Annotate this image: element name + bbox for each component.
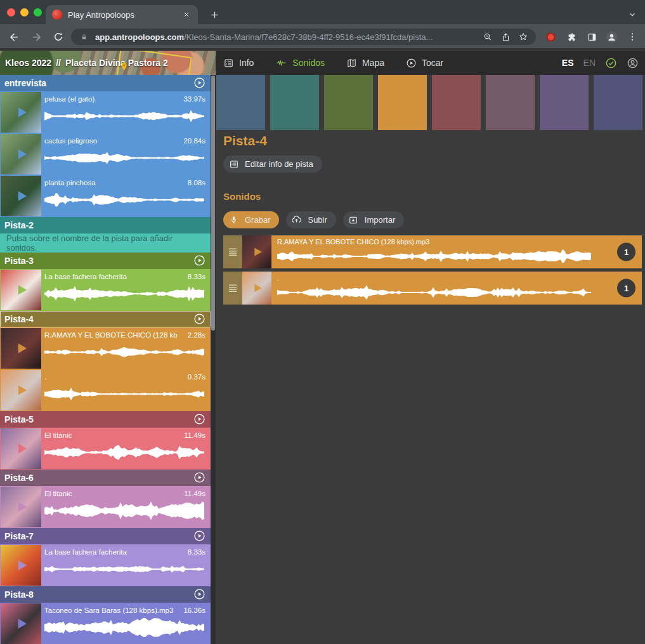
sound-thumbnail[interactable]: circle cx="12" cy="12" r="9.4" fill="non… bbox=[1, 176, 41, 216]
side-panel-icon[interactable] bbox=[584, 29, 599, 44]
drag-handle[interactable] bbox=[223, 235, 242, 268]
track-section: Pista-5circle cx="12" cy="12" r="9.4" fi… bbox=[0, 411, 211, 470]
upload-button[interactable]: Subir bbox=[286, 211, 336, 228]
browser-menu-icon[interactable] bbox=[625, 29, 640, 44]
fullscreen-window-button[interactable] bbox=[34, 8, 42, 16]
tab-search-chevron-icon[interactable] bbox=[625, 7, 640, 22]
drag-handle[interactable] bbox=[223, 272, 242, 305]
close-tab-icon[interactable] bbox=[181, 10, 192, 20]
track-header[interactable]: Pista-7 bbox=[0, 528, 211, 544]
sound-waveform bbox=[44, 501, 205, 520]
sound-item[interactable]: circle cx="12" cy="12" r="9.4" fill="non… bbox=[0, 486, 211, 528]
breadcrumb[interactable]: Kleos 2022 // Placeta Divina Pastora 2 bbox=[0, 51, 216, 75]
track-header[interactable]: Pista-5 bbox=[0, 411, 211, 428]
sound-thumbnail[interactable]: circle cx="12" cy="12" r="9.4" fill="non… bbox=[242, 235, 271, 268]
breadcrumb-project[interactable]: Kleos 2022 bbox=[5, 58, 51, 68]
play-circle-icon: circle cx="12" cy="12" r="9.4" fill="non… bbox=[8, 335, 34, 362]
sound-thumbnail[interactable]: circle cx="12" cy="12" r="9.4" fill="non… bbox=[242, 272, 271, 305]
track-color-swatch[interactable] bbox=[270, 75, 319, 130]
scrollbar-thumb[interactable] bbox=[211, 76, 215, 331]
sound-thumbnail[interactable]: circle cx="12" cy="12" r="9.4" fill="non… bbox=[1, 370, 41, 411]
track-play-button[interactable] bbox=[193, 413, 206, 426]
track-color-swatch[interactable] bbox=[486, 75, 535, 130]
sound-row[interactable]: circle cx="12" cy="12" r="9.4" fill="non… bbox=[223, 235, 642, 268]
sound-item[interactable]: circle cx="12" cy="12" r="9.4" fill="non… bbox=[0, 175, 211, 217]
sound-item[interactable]: circle cx="12" cy="12" r="9.4" fill="non… bbox=[0, 327, 211, 369]
track-color-swatch[interactable] bbox=[432, 75, 481, 130]
track-play-button[interactable] bbox=[193, 254, 206, 267]
play-circle-icon: circle cx="12" cy="12" r="9.4" fill="non… bbox=[8, 183, 34, 209]
close-window-button[interactable] bbox=[7, 8, 15, 16]
track-play-button[interactable] bbox=[193, 588, 206, 601]
track-header[interactable]: Pista-2 bbox=[0, 217, 211, 233]
language-en-toggle[interactable]: EN bbox=[583, 58, 596, 68]
track-name: Pista-2 bbox=[4, 220, 34, 230]
nav-item-info[interactable]: Info bbox=[223, 58, 254, 69]
sound-name: R.AMAYA Y EL BOBOTE CHICO (128 kbps).mp3 bbox=[277, 238, 591, 246]
bookmark-star-icon[interactable] bbox=[517, 30, 530, 43]
sound-thumbnail[interactable]: circle cx="12" cy="12" r="9.4" fill="non… bbox=[1, 487, 41, 527]
import-button[interactable]: Importar bbox=[343, 211, 404, 228]
sound-item[interactable]: circle cx="12" cy="12" r="9.4" fill="non… bbox=[0, 133, 211, 175]
sound-item[interactable]: circle cx="12" cy="12" r="9.4" fill="non… bbox=[0, 428, 211, 470]
track-play-button[interactable] bbox=[193, 77, 206, 89]
track-color-swatch[interactable] bbox=[378, 75, 427, 130]
sound-name: pelusa (el gato) bbox=[44, 95, 178, 103]
track-header[interactable]: Pista-3 bbox=[0, 253, 211, 269]
back-button[interactable] bbox=[6, 29, 22, 44]
sounds-heading: Sonidos bbox=[223, 191, 261, 202]
track-header[interactable]: entrevista bbox=[0, 75, 211, 91]
reload-button[interactable] bbox=[51, 29, 66, 44]
sound-waveform bbox=[44, 443, 205, 462]
sound-thumbnail[interactable]: circle cx="12" cy="12" r="9.4" fill="non… bbox=[1, 428, 41, 469]
track-name: Pista-6 bbox=[4, 473, 34, 483]
sound-thumbnail[interactable]: circle cx="12" cy="12" r="9.4" fill="non… bbox=[1, 134, 41, 174]
edit-track-info-button[interactable]: Editar info de pista bbox=[223, 155, 322, 173]
record-extension-icon[interactable] bbox=[543, 29, 558, 44]
track-play-button[interactable] bbox=[193, 313, 206, 325]
breadcrumb-session[interactable]: Placeta Divina Pastora 2 bbox=[65, 58, 168, 68]
forward-button[interactable] bbox=[29, 29, 44, 44]
sound-row[interactable]: circle cx="12" cy="12" r="9.4" fill="non… bbox=[223, 272, 642, 305]
minimize-window-button[interactable] bbox=[20, 8, 29, 16]
track-header[interactable]: Pista-4 bbox=[0, 311, 211, 327]
sound-item[interactable]: circle cx="12" cy="12" r="9.4" fill="non… bbox=[0, 369, 211, 411]
record-button-label: Grabar bbox=[245, 215, 270, 225]
track-header[interactable]: Pista-6 bbox=[0, 470, 211, 486]
track-color-swatch[interactable] bbox=[540, 75, 589, 130]
url-bar[interactable]: app.antropoloops.com/Kleos-Santa-Marina/… bbox=[71, 29, 536, 45]
nav-item-mapa[interactable]: Mapa bbox=[346, 58, 384, 69]
profile-avatar[interactable] bbox=[604, 29, 619, 44]
sound-duration: 0.37s bbox=[188, 373, 205, 381]
sound-item[interactable]: circle cx="12" cy="12" r="9.4" fill="non… bbox=[0, 269, 211, 311]
sidebar-scrollbar[interactable] bbox=[211, 75, 216, 644]
record-button[interactable]: Grabar bbox=[223, 211, 279, 228]
sound-thumbnail[interactable]: circle cx="12" cy="12" r="9.4" fill="non… bbox=[1, 92, 41, 133]
sound-item[interactable]: circle cx="12" cy="12" r="9.4" fill="non… bbox=[0, 603, 211, 644]
list-icon bbox=[228, 158, 240, 170]
nav-item-sonidos[interactable]: Sonidos bbox=[275, 58, 325, 68]
track-color-swatch[interactable] bbox=[216, 75, 265, 130]
browser-toolbar: app.antropoloops.com/Kleos-Santa-Marina/… bbox=[0, 24, 645, 49]
zoom-out-icon[interactable] bbox=[481, 30, 494, 43]
sound-thumbnail[interactable]: circle cx="12" cy="12" r="9.4" fill="non… bbox=[1, 545, 41, 586]
sound-thumbnail[interactable]: circle cx="12" cy="12" r="9.4" fill="non… bbox=[1, 603, 41, 644]
track-play-button[interactable] bbox=[193, 530, 206, 542]
new-tab-button[interactable] bbox=[207, 7, 222, 22]
extensions-puzzle-icon[interactable] bbox=[564, 29, 579, 44]
browser-tab[interactable]: Play Antropoloops bbox=[46, 5, 198, 24]
nav-item-tocar[interactable]: Tocar bbox=[406, 58, 443, 69]
track-header[interactable]: Pista-8 bbox=[0, 586, 211, 603]
sound-item[interactable]: circle cx="12" cy="12" r="9.4" fill="non… bbox=[0, 544, 211, 586]
sync-check-icon[interactable] bbox=[605, 57, 617, 69]
track-color-swatch[interactable] bbox=[594, 75, 642, 130]
share-icon[interactable] bbox=[499, 30, 512, 43]
track-play-button[interactable] bbox=[193, 471, 206, 484]
track-color-swatch[interactable] bbox=[324, 75, 373, 130]
sound-item[interactable]: circle cx="12" cy="12" r="9.4" fill="non… bbox=[0, 91, 211, 133]
language-es-toggle[interactable]: ES bbox=[562, 58, 574, 68]
sound-duration: 20.84s bbox=[183, 137, 205, 145]
sound-thumbnail[interactable]: circle cx="12" cy="12" r="9.4" fill="non… bbox=[1, 328, 41, 369]
sound-thumbnail[interactable]: circle cx="12" cy="12" r="9.4" fill="non… bbox=[1, 270, 41, 310]
account-icon[interactable] bbox=[627, 57, 639, 69]
